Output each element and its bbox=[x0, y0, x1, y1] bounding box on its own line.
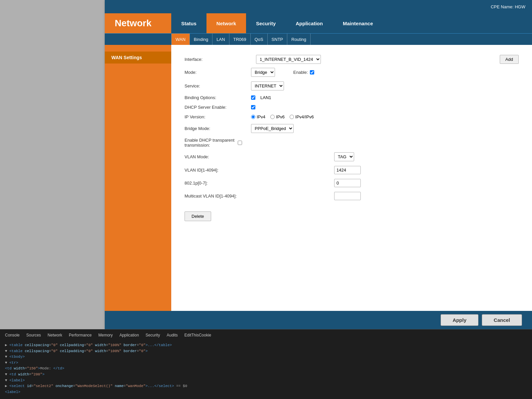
vlan-mode-row: VLAN Mode: TAG bbox=[185, 152, 519, 161]
devtools-editthiscookie[interactable]: EditThisCookie bbox=[185, 333, 211, 337]
devtools-bar: Console Sources Network Performance Memo… bbox=[0, 329, 532, 341]
bridge-mode-label: Bridge Mode: bbox=[185, 126, 251, 131]
ipv6-label: IPv6 bbox=[276, 114, 285, 119]
interface-select[interactable]: 1_INTERNET_B_VID_1424 bbox=[256, 55, 321, 64]
ip-version-row: IP Version: IPv4 IPv6 bbox=[185, 114, 519, 119]
vlan-id-label: VLAN ID[1-4094]: bbox=[185, 168, 251, 173]
cpe-name: CPE Name: HGW bbox=[491, 4, 525, 9]
vlan-id-input[interactable] bbox=[334, 166, 361, 174]
dot1p-row: 802.1p[0-7]: bbox=[185, 179, 519, 187]
subnav-routing[interactable]: Routing bbox=[287, 34, 311, 45]
main-nav: Status Network Security Application Main… bbox=[171, 13, 532, 33]
interface-label: Interface: bbox=[185, 57, 251, 62]
ipv6-radio[interactable] bbox=[270, 115, 275, 119]
logo-area: Network bbox=[105, 13, 171, 33]
ipv6-option: IPv6 bbox=[270, 114, 285, 119]
dual-radio[interactable] bbox=[290, 115, 294, 119]
enable-checkbox[interactable] bbox=[310, 70, 314, 74]
bridge-mode-row: Bridge Mode: PPPoE_Bridged bbox=[185, 124, 519, 133]
nav-security[interactable]: Security bbox=[246, 13, 286, 33]
code-line-5: <td width="150">Mode: </td> bbox=[5, 366, 527, 372]
code-line-9: <label> bbox=[5, 389, 527, 395]
code-line-4: ▼ <tr> bbox=[5, 360, 527, 366]
multicast-vlan-label: Multicast VLAN ID[1-4094]: bbox=[185, 194, 251, 199]
subnav-binding[interactable]: Binding bbox=[190, 34, 212, 45]
ip-version-label: IP Version: bbox=[185, 114, 251, 119]
devtools-network[interactable]: Network bbox=[48, 333, 62, 337]
dot1p-label: 802.1p[0-7]: bbox=[185, 181, 251, 186]
multicast-vlan-input[interactable] bbox=[334, 192, 361, 200]
dhcp-transmission-label: transmission: bbox=[185, 143, 234, 148]
apply-button[interactable]: Apply bbox=[441, 314, 478, 326]
devtools-code: ▶ <table cellspacing="0" cellpadding="0"… bbox=[0, 341, 532, 399]
enable-area: Enable: bbox=[293, 70, 314, 75]
dual-stack-option: IPv4/IPv6 bbox=[290, 114, 314, 119]
code-line-3: ▼ <tbody> bbox=[5, 354, 527, 360]
sidebar-wan-settings[interactable]: WAN Settings bbox=[105, 52, 171, 64]
binding-options-label: Binding Options: bbox=[185, 95, 251, 100]
devtools-application[interactable]: Application bbox=[119, 333, 139, 337]
subnav-sntp[interactable]: SNTP bbox=[268, 34, 288, 45]
add-button[interactable]: Add bbox=[500, 55, 519, 64]
top-bar: CPE Name: HGW bbox=[105, 0, 532, 13]
dhcp-server-checkbox[interactable] bbox=[251, 105, 255, 109]
devtools-sources[interactable]: Sources bbox=[26, 333, 41, 337]
code-line-8: ▶ <select id="select2" onchange="WanMode… bbox=[5, 383, 527, 389]
bridge-mode-select[interactable]: PPPoE_Bridged bbox=[251, 124, 294, 133]
subnav-wan[interactable]: WAN bbox=[171, 34, 190, 45]
dhcp-server-row: DHCP Server Enable: bbox=[185, 105, 519, 110]
interface-row: Interface: 1_INTERNET_B_VID_1424 Add bbox=[185, 55, 519, 64]
form-area: Interface: 1_INTERNET_B_VID_1424 Add Mod… bbox=[171, 45, 532, 311]
binding-lan1-label: LAN1 bbox=[260, 95, 271, 100]
dhcp-server-label: DHCP Server Enable: bbox=[185, 105, 251, 110]
service-label: Service: bbox=[185, 83, 251, 88]
dhcp-transparent-label: Enable DHCP transparent bbox=[185, 138, 234, 143]
nav-network[interactable]: Network bbox=[206, 13, 246, 33]
vlan-mode-label: VLAN Mode: bbox=[185, 154, 251, 159]
action-bar: Apply Cancel bbox=[105, 311, 532, 329]
mode-label: Mode: bbox=[185, 70, 251, 75]
mode-control: Bridge Enable: bbox=[251, 68, 314, 77]
binding-lan1-checkbox[interactable] bbox=[251, 95, 255, 100]
code-line-1: ▶ <table cellspacing="0" cellpadding="0"… bbox=[5, 342, 527, 348]
service-select[interactable]: INTERNET bbox=[251, 81, 284, 90]
service-row: Service: INTERNET bbox=[185, 81, 519, 90]
devtools-memory[interactable]: Memory bbox=[98, 333, 113, 337]
devtools-console[interactable]: Console bbox=[5, 333, 20, 337]
devtools-audits[interactable]: Audits bbox=[167, 333, 178, 337]
header: Network Status Network Security Applicat… bbox=[105, 13, 532, 33]
sidebar: WAN Settings bbox=[105, 45, 171, 311]
vlan-mode-select[interactable]: TAG bbox=[334, 152, 354, 161]
binding-control: LAN1 bbox=[251, 95, 271, 100]
mode-row: Mode: Bridge Enable: bbox=[185, 68, 519, 77]
multicast-vlan-row: Multicast VLAN ID[1-4094]: bbox=[185, 192, 519, 200]
sub-nav: WAN Binding LAN TR069 QoS SNTP Routing bbox=[105, 33, 532, 45]
binding-options-row: Binding Options: LAN1 bbox=[185, 95, 519, 100]
code-line-2: ▼ <table cellspacing="0" cellpadding="0"… bbox=[5, 348, 527, 354]
subnav-tr069[interactable]: TR069 bbox=[229, 34, 251, 45]
devtools-performance[interactable]: Performance bbox=[69, 333, 92, 337]
code-line-7: ▼ <label> bbox=[5, 378, 527, 384]
ipv4-radio[interactable] bbox=[251, 115, 255, 119]
devtools-security[interactable]: Security bbox=[146, 333, 160, 337]
logo-text: Network bbox=[115, 18, 151, 29]
mode-select[interactable]: Bridge bbox=[251, 68, 275, 77]
dhcp-transparent-row: Enable DHCP transparent transmission: bbox=[185, 138, 519, 148]
ipv4-label: IPv4 bbox=[257, 114, 265, 119]
delete-button[interactable]: Delete bbox=[185, 211, 211, 221]
vlan-id-row: VLAN ID[1-4094]: bbox=[185, 166, 519, 174]
subnav-qos[interactable]: QoS bbox=[251, 34, 268, 45]
subnav-lan[interactable]: LAN bbox=[212, 34, 229, 45]
dot1p-input[interactable] bbox=[334, 179, 361, 187]
content-wrapper: WAN Settings Interface: 1_INTERNET_B_VID… bbox=[105, 45, 532, 311]
cancel-button[interactable]: Cancel bbox=[482, 314, 522, 326]
enable-label: Enable: bbox=[293, 70, 308, 75]
ip-version-group: IPv4 IPv6 IPv4/IPv6 bbox=[251, 114, 314, 119]
ipv4-option: IPv4 bbox=[251, 114, 265, 119]
code-line-6: ▼ <td width="200"> bbox=[5, 372, 527, 378]
nav-status[interactable]: Status bbox=[171, 13, 206, 33]
dual-label: IPv4/IPv6 bbox=[295, 114, 314, 119]
nav-maintenance[interactable]: Maintenance bbox=[333, 13, 383, 33]
dhcp-transparent-checkbox[interactable] bbox=[238, 141, 242, 145]
nav-application[interactable]: Application bbox=[286, 13, 333, 33]
